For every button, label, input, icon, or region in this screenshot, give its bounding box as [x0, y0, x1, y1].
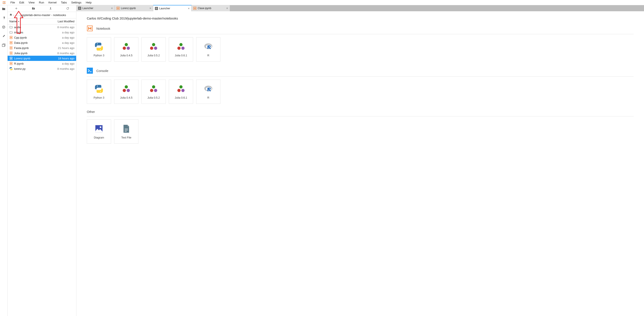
menu-settings[interactable]: Settings [69, 0, 84, 4]
svg-point-22 [152, 43, 155, 46]
file-row[interactable]: lorenz.py8 months ago [8, 66, 76, 71]
card-label: Julia 0.4.5 [120, 96, 132, 99]
file-row[interactable]: Data.ipynba day ago [8, 40, 76, 45]
menubar: FileEditViewRunKernelTabsSettingsHelp [0, 0, 644, 5]
tools-icon[interactable] [2, 34, 6, 38]
file-modified: a day ago [62, 62, 74, 65]
breadcrumb-part[interactable]: jupyterlab-demo-master [20, 13, 50, 17]
close-icon[interactable]: × [150, 7, 151, 10]
launcher-path: Carlos III/Coding Club 2019/jupyterlab-d… [87, 16, 634, 20]
launcher-card[interactable]: R [196, 79, 220, 104]
svg-point-21 [127, 47, 130, 50]
card-grid: DiagramText File [87, 119, 634, 144]
tab-label: Launcher [159, 7, 186, 10]
text-icon [122, 124, 131, 133]
svg-point-38 [154, 89, 157, 92]
file-name: R.ipynb [14, 62, 62, 65]
notebook-icon [193, 7, 196, 10]
upload-button[interactable] [42, 5, 59, 12]
launcher-card[interactable]: Julia 0.4.5 [114, 37, 138, 61]
file-name: Lorenz.ipynb [14, 57, 58, 60]
section-title: Other [87, 110, 95, 114]
close-icon[interactable]: × [226, 7, 228, 10]
svg-point-20 [123, 47, 126, 50]
name-column-header[interactable]: Name [9, 20, 58, 23]
menu-view[interactable]: View [26, 0, 37, 4]
file-row[interactable]: Lorenz.ipynb18 hours ago [8, 56, 76, 61]
main-area: Launcher×Lorenz.ipynb×Launcher×Clase.ipy… [76, 5, 644, 316]
new-folder-button[interactable] [25, 5, 42, 12]
launcher-card[interactable]: Julia 0.5.2 [142, 37, 166, 61]
tab[interactable]: Launcher× [76, 5, 115, 11]
home-icon[interactable] [9, 13, 12, 17]
file-modified: 8 months ago [57, 51, 74, 55]
close-icon[interactable]: × [111, 7, 113, 10]
file-modified: 21 hours ago [58, 46, 74, 50]
launcher-card[interactable]: Diagram [87, 119, 111, 144]
launcher-card[interactable]: Julia 0.6.1 [169, 79, 193, 104]
menu-kernel[interactable]: Kernel [46, 0, 59, 4]
svg-point-31 [97, 86, 98, 86]
new-launcher-button[interactable] [8, 5, 25, 12]
launcher-card[interactable]: Julia 0.5.2 [142, 79, 166, 104]
launcher-card[interactable]: Text File [114, 119, 138, 144]
card-label: Text File [121, 136, 132, 139]
menu-edit[interactable]: Edit [17, 0, 26, 4]
svg-rect-14 [155, 7, 158, 10]
launcher-section: ConsolePython 3Julia 0.4.5Julia 0.5.2Jul… [87, 68, 634, 104]
modified-column-header[interactable]: Last Modified [58, 20, 74, 23]
refresh-button[interactable] [59, 5, 76, 12]
file-name: audio [14, 25, 57, 29]
tab[interactable]: Launcher× [153, 5, 192, 11]
svg-point-24 [154, 47, 157, 50]
notebook-icon [116, 7, 120, 10]
svg-point-41 [182, 89, 185, 92]
breadcrumb-part[interactable]: notebooks [53, 13, 66, 17]
svg-rect-30 [87, 68, 93, 74]
diagram-icon [94, 124, 104, 133]
svg-point-17 [97, 43, 98, 44]
svg-point-1 [2, 26, 5, 28]
tabs-icon[interactable] [2, 43, 6, 47]
folder-icon[interactable] [2, 7, 6, 11]
julia-icon [122, 84, 131, 94]
launcher-card[interactable]: Julia 0.6.1 [169, 37, 193, 61]
launcher-card[interactable]: Python 3 [87, 79, 111, 104]
jupyter-logo [2, 0, 6, 5]
menu-file[interactable]: File [8, 0, 17, 4]
file-row[interactable]: Fasta.ipynb21 hours ago [8, 45, 76, 50]
file-name: Julia.ipynb [14, 51, 57, 55]
svg-point-23 [150, 47, 154, 50]
commands-icon[interactable] [2, 25, 6, 29]
menu-help[interactable]: Help [84, 0, 94, 4]
breadcrumb-ellipsis[interactable]: … [15, 13, 18, 17]
menu-run[interactable]: Run [37, 0, 46, 4]
file-row[interactable]: Cpp.ipynba day ago [8, 35, 76, 40]
file-row[interactable]: Julia.ipynb8 months ago [8, 50, 76, 56]
menu-tabs[interactable]: Tabs [59, 0, 69, 4]
tab[interactable]: Clase.ipynb× [192, 5, 230, 11]
svg-point-2 [3, 26, 4, 27]
notebook-icon [9, 46, 13, 50]
close-icon[interactable]: × [188, 7, 190, 10]
file-modified: a day ago [62, 36, 74, 39]
file-list: audio8 months agoimagesa day agoCpp.ipyn… [8, 24, 76, 316]
r-icon [204, 42, 213, 51]
r-icon [204, 84, 213, 94]
file-name: Cpp.ipynb [14, 36, 62, 39]
notebook-icon [9, 51, 13, 55]
launcher-card[interactable]: Python 3 [87, 37, 111, 61]
file-row[interactable]: audio8 months ago [8, 24, 76, 30]
running-icon[interactable] [2, 16, 6, 20]
file-row[interactable]: R.ipynba day ago [8, 61, 76, 66]
file-list-header: Name Last Modified [8, 18, 76, 24]
card-label: Julia 0.6.1 [175, 96, 187, 99]
card-label: R [207, 54, 209, 57]
svg-point-27 [182, 47, 185, 50]
folder-icon [9, 30, 13, 34]
file-row[interactable]: imagesa day ago [8, 30, 76, 35]
tab[interactable]: Lorenz.ipynb× [115, 5, 153, 11]
launcher-card[interactable]: Julia 0.4.5 [114, 79, 138, 104]
launcher-card[interactable]: R [196, 37, 220, 61]
card-label: Julia 0.5.2 [148, 54, 160, 57]
